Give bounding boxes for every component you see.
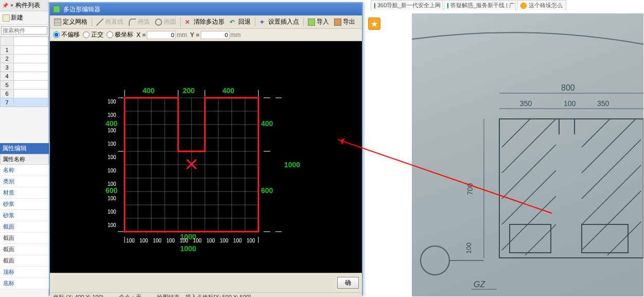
clear-polygon-button[interactable]: ✕ 清除多边形	[183, 17, 227, 27]
label-gz: GZ	[474, 280, 485, 289]
table-row[interactable]: 7	[1, 98, 48, 107]
search-input[interactable]	[1, 26, 47, 34]
dim-right-600: 600	[261, 186, 273, 195]
prop-row[interactable]: 材质	[0, 187, 49, 199]
properties-panel: 属性编辑 属性名称 名称 类别 材质 砂浆 砂浆 截面 截面 截面 截面 顶标 …	[0, 143, 49, 289]
site-icon	[374, 3, 375, 9]
dim-100v: 100	[465, 242, 473, 254]
undo-button[interactable]: ↶ 回退	[228, 17, 253, 27]
table-row[interactable]: 2	[1, 55, 48, 63]
reference-photo: 800 350 100 350	[412, 13, 643, 296]
separator	[303, 18, 304, 27]
star-icon: ★	[371, 19, 378, 29]
browser-tab[interactable]: 这个砖垛怎么	[517, 0, 566, 10]
draw-circle-button[interactable]: 画圆	[153, 17, 178, 27]
svg-line-52	[582, 165, 641, 224]
prop-row[interactable]: 截面	[0, 221, 49, 233]
dialog-footer: 确	[50, 273, 362, 292]
browser-tab[interactable]: 答疑解惑_服务新干线 | 广 ×	[444, 0, 516, 10]
tick-100: 100	[126, 238, 135, 243]
prop-row[interactable]: 类别	[0, 176, 49, 187]
browser-tabs: 360导航_新一代安全上网 × 答疑解惑_服务新干线 | 广 × 这个砖垛怎么	[371, 0, 566, 10]
status-message: 绘图结束，插入点坐标[X: 500 Y: 500]	[157, 293, 251, 297]
export-button[interactable]: 导出	[332, 17, 357, 27]
prop-row[interactable]: 底标	[0, 278, 49, 289]
panel-title-text: 构件列表	[15, 1, 40, 10]
x-field: X = mm	[136, 31, 187, 39]
new-icon	[3, 14, 10, 22]
polygon-editor-window: 多边形编辑器 定义网格 画直线 画弧 画圆 ✕ 清除多边形 ↶ 回退	[49, 2, 363, 295]
tick-100: 100	[108, 181, 116, 187]
tick-100: 100	[108, 99, 116, 104]
x-input[interactable]	[147, 31, 176, 39]
prop-row[interactable]: 砂浆	[0, 210, 49, 221]
tick-100: 100	[140, 238, 148, 243]
tick-100: 100	[180, 238, 188, 243]
define-grid-button[interactable]: 定义网格	[52, 17, 90, 27]
new-component-button[interactable]: 新建	[1, 13, 25, 23]
drawing-canvas[interactable]: 400 200 400 400 600 400 600 1000 1000 10…	[50, 41, 362, 273]
svg-line-44	[502, 119, 556, 173]
dim-right-1000: 1000	[284, 161, 300, 169]
table-row[interactable]: 5	[1, 81, 48, 90]
table-row[interactable]: 4	[1, 72, 48, 81]
tick-100: 100	[108, 222, 116, 228]
polar-radio[interactable]: 极坐标	[107, 30, 133, 39]
tick-100: 100	[220, 238, 229, 243]
dim-left-400: 400	[106, 119, 117, 128]
prop-row[interactable]: 顶标	[0, 267, 49, 278]
tick-100: 100	[108, 112, 116, 118]
set-insert-point-button[interactable]: ✦ 设置插入点	[257, 17, 301, 27]
dim-350b: 350	[597, 99, 610, 108]
table-row[interactable]: 1	[1, 46, 48, 55]
status-bar: 坐标 (X: 400 Y: 100) 命令：无 绘图结束，插入点坐标[X: 50…	[50, 292, 362, 297]
separator	[255, 18, 255, 27]
ortho-radio[interactable]: 正交	[83, 30, 103, 39]
panel-header: 📌 × 构件列表	[0, 0, 48, 11]
svg-line-53	[582, 191, 641, 250]
tick-100: 100	[166, 238, 175, 243]
close-icon[interactable]: ×	[10, 3, 13, 8]
editor-toolbar: 定义网格 画直线 画弧 画圆 ✕ 清除多边形 ↶ 回退 ✦ 设置插入点	[50, 15, 362, 29]
y-input[interactable]	[201, 31, 230, 39]
dim-800: 800	[561, 83, 575, 92]
dim-700: 700	[466, 183, 474, 195]
x-icon: ✕	[185, 19, 192, 26]
table-row[interactable]: 3	[1, 63, 48, 72]
insert-point-icon: ✦	[259, 19, 267, 26]
tick-100: 100	[153, 238, 162, 243]
tick-100: 100	[247, 238, 255, 243]
favorite-star-button[interactable]: ★	[368, 18, 380, 30]
table-row[interactable]: 6	[1, 90, 48, 98]
search-row	[0, 25, 48, 37]
prop-row[interactable]: 砂浆	[0, 199, 49, 210]
site-icon	[447, 3, 448, 9]
undo-icon: ↶	[230, 19, 237, 26]
prop-row[interactable]: 名称	[0, 165, 49, 176]
draw-line-button[interactable]: 画直线	[94, 17, 126, 27]
draw-arc-button[interactable]: 画弧	[127, 17, 152, 27]
browser-tab[interactable]: 360导航_新一代安全上网 ×	[371, 0, 443, 10]
svg-line-51	[582, 139, 641, 199]
prop-row[interactable]: 截面	[0, 255, 49, 267]
no-offset-radio[interactable]: 不偏移	[53, 30, 80, 39]
export-icon	[334, 19, 341, 26]
prop-row[interactable]: 截面	[0, 244, 49, 255]
prop-row[interactable]: 截面	[0, 233, 49, 244]
tick-100: 100	[206, 238, 215, 243]
dim-top-400: 400	[143, 86, 154, 95]
pin-icon[interactable]: 📌	[2, 3, 8, 8]
tick-100: 100	[108, 196, 116, 201]
tick-100: 100	[193, 238, 202, 243]
import-button[interactable]: 导入	[306, 17, 331, 27]
window-titlebar[interactable]: 多边形编辑器	[50, 3, 362, 15]
blueprint-sketch: 800 350 100 350	[412, 13, 643, 296]
separator	[180, 18, 181, 27]
svg-line-50	[582, 119, 636, 173]
dim-left-600: 600	[106, 186, 117, 195]
table-row[interactable]	[1, 37, 48, 46]
svg-line-54	[607, 222, 641, 255]
ok-button[interactable]: 确	[337, 277, 359, 289]
site-icon	[520, 3, 527, 9]
svg-line-46	[502, 170, 556, 224]
